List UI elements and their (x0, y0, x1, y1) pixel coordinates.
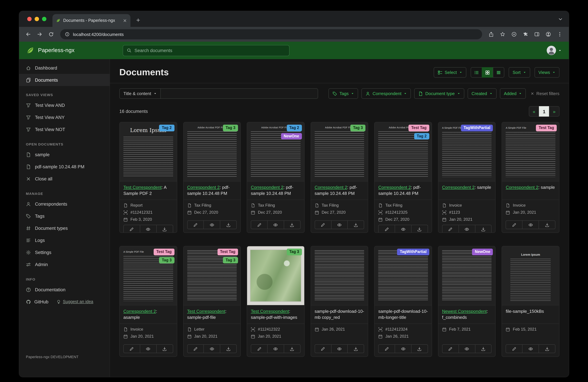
tab-close-icon[interactable] (123, 18, 127, 23)
view-button[interactable] (458, 225, 475, 233)
filter-query-input[interactable] (161, 88, 318, 99)
correspondent-link[interactable]: Correspondent 2 (315, 185, 347, 190)
correspondent-link[interactable]: Correspondent 2 (123, 309, 156, 314)
sidebar-item-sample[interactable]: sample (19, 148, 110, 161)
edit-button[interactable] (251, 221, 268, 229)
new-tab-button[interactable] (134, 16, 143, 24)
document-card[interactable]: Test Tag A Simple PDF File Correspondent… (502, 122, 559, 233)
doc-thumbnail[interactable]: Test TagTag 2 Adobe Acrobat PDF Files (375, 122, 432, 181)
doc-thumbnail[interactable]: Tag 3 Adobe Acrobat PDF Files (183, 122, 240, 181)
filter-button-document-type[interactable]: Document type (414, 88, 464, 99)
view-button[interactable] (204, 344, 220, 353)
edit-button[interactable] (506, 344, 523, 353)
tag-badge[interactable]: Tag 3 (287, 249, 302, 255)
bookmark-button[interactable] (498, 29, 508, 39)
tag-badge[interactable]: TagWithPartial (397, 249, 429, 255)
doc-thumbnail[interactable]: TagWithPartial (375, 246, 432, 305)
doc-thumbnail[interactable]: TagWithPartial A Simple PDF File (438, 122, 495, 181)
edit-button[interactable] (187, 344, 204, 353)
correspondent-link[interactable]: Test Correspondent (123, 185, 162, 190)
edit-button[interactable] (315, 344, 331, 353)
edit-button[interactable] (378, 225, 395, 233)
doc-thumbnail[interactable]: NewOne (438, 246, 495, 305)
filter-button-added[interactable]: Added (500, 88, 526, 99)
github-label[interactable]: GitHub (34, 299, 48, 304)
document-card[interactable]: Tag 3 Adobe Acrobat PDF Files Correspond… (183, 122, 241, 233)
prev-page-button[interactable]: « (529, 106, 539, 117)
edit-button[interactable] (187, 221, 204, 229)
site-status-button[interactable] (509, 29, 519, 39)
tag-badge[interactable]: Test Tag (536, 125, 557, 131)
download-button[interactable] (347, 344, 364, 353)
doc-thumbnail[interactable]: Tag 2 Lorem Ipsum (120, 122, 177, 181)
correspondent-link[interactable]: Newest Correspondent (442, 309, 487, 314)
tag-badge[interactable]: Test Tag (154, 249, 174, 255)
document-card[interactable]: Test TagTag 2 Adobe Acrobat PDF Files Co… (374, 122, 432, 233)
tag-badge[interactable]: Test Tag (217, 249, 238, 255)
sidebar-item-document-types[interactable]: Document types (19, 222, 110, 234)
app-brand[interactable]: Paperless-ngx (19, 46, 110, 55)
document-card[interactable]: Test TagTag 3 Test Correspondent: sample… (183, 246, 241, 357)
doc-thumbnail[interactable] (311, 246, 368, 305)
tag-badge[interactable]: NewOne (472, 249, 493, 255)
sidebar-item-close-all[interactable]: Close all (19, 173, 110, 185)
list-view-button[interactable] (470, 67, 482, 78)
grid-view-button[interactable] (482, 67, 493, 78)
tag-badge[interactable]: Tag 2 (287, 125, 302, 131)
document-card[interactable]: Tag 2NewOne Adobe Acrobat PDF Files Corr… (247, 122, 304, 233)
view-button[interactable] (267, 221, 284, 229)
browser-menu-button[interactable] (555, 29, 565, 39)
correspondent-link[interactable]: Test Correspondent (251, 309, 289, 314)
search-input[interactable] (134, 48, 285, 53)
reset-filters-button[interactable]: Reset filters (531, 91, 559, 96)
view-button[interactable] (331, 344, 348, 353)
download-button[interactable] (475, 225, 492, 233)
correspondent-link[interactable]: Correspondent 2 (442, 185, 475, 190)
document-card[interactable]: sample-pdf-download-10-mb copy_red Jan 2… (311, 246, 368, 357)
filter-button-correspondent[interactable]: Correspondent (361, 88, 411, 99)
share-button[interactable] (486, 29, 496, 39)
next-page-button[interactable]: » (549, 106, 559, 117)
view-button[interactable] (267, 344, 284, 353)
sidebar-item-test-view-and[interactable]: Test View AND (19, 99, 110, 111)
correspondent-link[interactable]: Correspondent 2 (251, 185, 283, 190)
back-button[interactable] (23, 29, 33, 39)
tag-badge[interactable]: TagWithPartial (461, 125, 493, 131)
sidebar-item-admin[interactable]: Admin (19, 258, 110, 270)
document-card[interactable]: Tag 2 Lorem Ipsum Test Correspondent: A … (119, 122, 177, 233)
edit-button[interactable] (506, 221, 523, 229)
sidebar-item-documents[interactable]: Documents (19, 74, 110, 86)
view-button[interactable] (204, 221, 220, 229)
correspondent-link[interactable]: Correspondent 2 (187, 185, 220, 190)
window-zoom-button[interactable] (42, 17, 46, 21)
download-button[interactable] (411, 225, 428, 233)
tab-search-chevron-icon[interactable] (558, 17, 563, 21)
download-button[interactable] (284, 344, 301, 353)
download-button[interactable] (347, 221, 364, 229)
sidebar-item-dashboard[interactable]: Dashboard (19, 62, 110, 74)
tag-badge[interactable]: NewOne (281, 133, 302, 140)
global-search[interactable] (123, 45, 290, 56)
sidebar-item-test-view-any[interactable]: Test View ANY (19, 111, 110, 123)
tag-badge[interactable]: Tag 3 (159, 257, 174, 263)
side-panel-button[interactable] (532, 29, 542, 39)
correspondent-link[interactable]: Correspondent 2 (378, 185, 411, 190)
view-button[interactable] (140, 225, 157, 233)
view-button[interactable] (140, 344, 157, 353)
view-button[interactable] (458, 344, 475, 353)
title-content-dropdown[interactable]: Title & content (119, 88, 161, 99)
document-card[interactable]: TagWithPartial sample-pdf-download-10-mb… (374, 246, 432, 357)
window-minimize-button[interactable] (35, 17, 39, 21)
tag-badge[interactable]: Test Tag (409, 125, 429, 131)
reload-button[interactable] (46, 29, 56, 39)
download-button[interactable] (539, 344, 555, 353)
document-card[interactable]: Tag 3 Adobe Acrobat PDF Files Correspond… (311, 122, 368, 233)
sidebar-item-test-view-not[interactable]: Test View NOT (19, 123, 110, 135)
tag-badge[interactable]: Tag 3 (223, 125, 238, 131)
forward-button[interactable] (35, 29, 45, 39)
sidebar-item-tags[interactable]: Tags (19, 210, 110, 222)
doc-thumbnail[interactable]: Tag 3 Adobe Acrobat PDF Files (311, 122, 368, 181)
edit-button[interactable] (442, 344, 459, 353)
suggest-idea-link[interactable]: Suggest an idea (57, 299, 93, 304)
edit-button[interactable] (378, 344, 395, 353)
